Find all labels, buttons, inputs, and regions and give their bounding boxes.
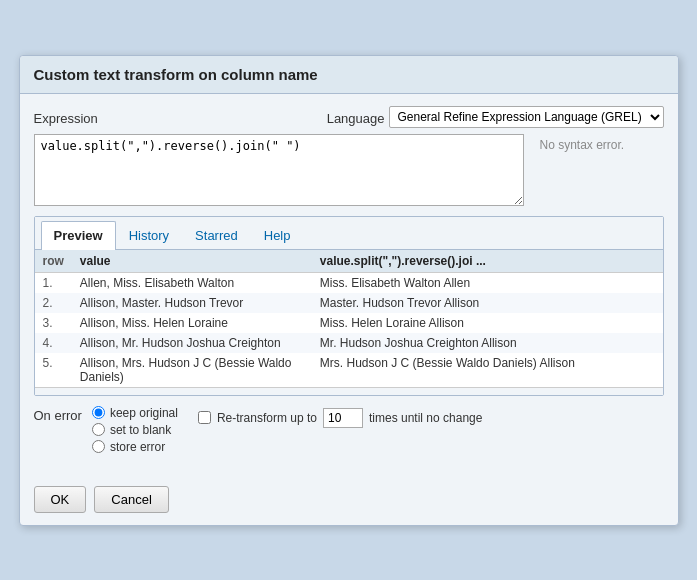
table-body: 1. Allen, Miss. Elisabeth Walton Miss. E… <box>35 272 663 387</box>
no-syntax-error: No syntax error. <box>540 134 625 152</box>
tab-preview[interactable]: Preview <box>41 221 116 250</box>
retransform-checkbox[interactable] <box>198 411 211 424</box>
radio-set-blank[interactable]: set to blank <box>92 423 178 437</box>
table-row: 4. Allison, Mr. Hudson Joshua Creighton … <box>35 333 663 353</box>
table-row: 1. Allen, Miss. Elisabeth Walton Miss. E… <box>35 272 663 293</box>
radio-store-label: store error <box>110 440 165 454</box>
ok-button[interactable]: OK <box>34 486 87 513</box>
col-header-result: value.split(",").reverse().joi ... <box>312 250 663 273</box>
cell-value: Allen, Miss. Elisabeth Walton <box>72 272 312 293</box>
retransform-checkbox-label: Re-transform up to <box>217 411 317 425</box>
radio-keep-input[interactable] <box>92 406 105 419</box>
cell-value: Allison, Mrs. Hudson J C (Bessie Waldo D… <box>72 353 312 387</box>
cell-value: Allison, Master. Hudson Trevor <box>72 293 312 313</box>
retransform-times-input[interactable] <box>323 408 363 428</box>
preview-table: row value value.split(",").reverse().joi… <box>35 250 663 387</box>
cell-result: Mrs. Hudson J C (Bessie Waldo Daniels) A… <box>312 353 663 387</box>
cell-value: Allison, Miss. Helen Loraine <box>72 313 312 333</box>
tab-starred[interactable]: Starred <box>182 221 251 249</box>
table-row: 3. Allison, Miss. Helen Loraine Miss. He… <box>35 313 663 333</box>
dialog-body: Expression Language General Refine Expre… <box>20 94 678 478</box>
dialog-title: Custom text transform on column name <box>20 56 678 94</box>
expression-textarea-wrap: No syntax error. <box>34 134 664 206</box>
retransform-times-label: times until no change <box>369 411 482 425</box>
radio-blank-label: set to blank <box>110 423 171 437</box>
dialog-footer: OK Cancel <box>20 478 678 525</box>
cell-row: 2. <box>35 293 72 313</box>
cell-row: 1. <box>35 272 72 293</box>
cancel-button[interactable]: Cancel <box>94 486 168 513</box>
col-header-value: value <box>72 250 312 273</box>
cell-result: Mr. Hudson Joshua Creighton Allison <box>312 333 663 353</box>
table-row: 2. Allison, Master. Hudson Trevor Master… <box>35 293 663 313</box>
radio-store-error[interactable]: store error <box>92 440 178 454</box>
on-error-label: On error <box>34 406 82 423</box>
preview-table-container: row value value.split(",").reverse().joi… <box>35 250 663 387</box>
cell-row: 4. <box>35 333 72 353</box>
on-error-section: On error keep original set to blank stor… <box>34 406 664 454</box>
cell-value: Allison, Mr. Hudson Joshua Creighton <box>72 333 312 353</box>
cell-result: Miss. Elisabeth Walton Allen <box>312 272 663 293</box>
cell-row: 5. <box>35 353 72 387</box>
tab-history[interactable]: History <box>116 221 182 249</box>
radio-blank-input[interactable] <box>92 423 105 436</box>
language-row: Language General Refine Expression Langu… <box>327 106 664 128</box>
cell-result: Master. Hudson Trevor Allison <box>312 293 663 313</box>
cell-row: 3. <box>35 313 72 333</box>
radio-keep-original[interactable]: keep original <box>92 406 178 420</box>
dialog: Custom text transform on column name Exp… <box>19 55 679 526</box>
col-header-row: row <box>35 250 72 273</box>
radio-store-input[interactable] <box>92 440 105 453</box>
expression-top-row: Expression Language General Refine Expre… <box>34 106 664 128</box>
language-label: Language <box>327 107 385 126</box>
retransform-wrap: Re-transform up to times until no change <box>198 406 482 428</box>
cell-result: Miss. Helen Loraine Allison <box>312 313 663 333</box>
tabs-header: Preview History Starred Help <box>35 217 663 250</box>
expression-label: Expression <box>34 107 98 126</box>
radio-keep-label: keep original <box>110 406 178 420</box>
expression-textarea[interactable] <box>34 134 524 206</box>
radio-group: keep original set to blank store error <box>92 406 178 454</box>
table-header-row: row value value.split(",").reverse().joi… <box>35 250 663 273</box>
language-select[interactable]: General Refine Expression Language (GREL… <box>389 106 664 128</box>
horizontal-scrollbar-hint[interactable] <box>35 387 663 395</box>
table-row: 5. Allison, Mrs. Hudson J C (Bessie Wald… <box>35 353 663 387</box>
tabs-panel: Preview History Starred Help row value v… <box>34 216 664 396</box>
tab-help[interactable]: Help <box>251 221 304 249</box>
